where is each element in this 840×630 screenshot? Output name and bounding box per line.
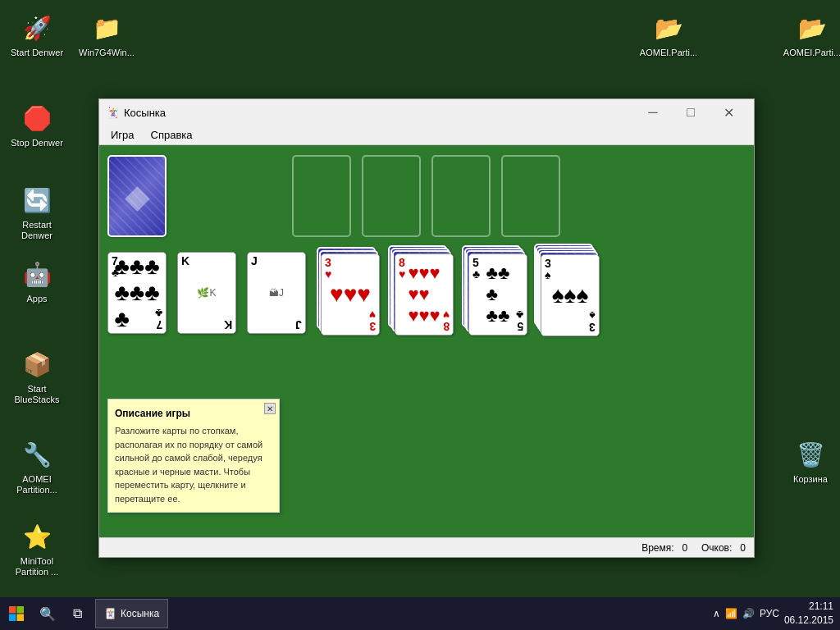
- tooltip-close-button[interactable]: ✕: [264, 403, 276, 414]
- recycle-bin-label: Корзина: [793, 474, 828, 485]
- card-top-label-col7: 3♠: [545, 258, 551, 281]
- card-face-col4: 3♥ ♥♥♥ 3♥: [322, 254, 379, 335]
- card-top-label-col5: 8♥: [399, 257, 405, 280]
- language-indicator[interactable]: РУС: [760, 608, 779, 619]
- status-time: Время: 0 Очков: 0: [107, 542, 746, 554]
- tableau-card-col3[interactable]: J 🏔J J: [247, 252, 306, 334]
- windows-logo-icon: [8, 605, 25, 622]
- game-tooltip: Описание игры ✕ Разложите карты по стопк…: [107, 399, 280, 513]
- bluestacks-icon: 📦: [21, 348, 53, 381]
- apps-label: Apps: [26, 294, 47, 304]
- foundation-slot-3[interactable]: [431, 155, 491, 237]
- card-top-label-col3: J: [251, 255, 258, 267]
- minitool-icon: ⭐: [21, 520, 53, 553]
- card-face-col3: J 🏔J J: [248, 253, 305, 333]
- desktop-icon-aomei2[interactable]: 📂 AOMEI.Parti...: [779, 8, 840, 62]
- game-area: 7♣ ♣♣♣♣♣♣♣ 7♣ K 🌿K K J 🏔J J: [99, 145, 754, 537]
- aomei1-icon: 📂: [652, 11, 685, 44]
- system-clock[interactable]: 21:11 06.12.2015: [784, 600, 833, 628]
- window-title: Косынка: [124, 107, 634, 119]
- time-value: 0: [682, 542, 688, 554]
- desktop-icon-win7g4win[interactable]: 📁 Win7G4Win...: [74, 8, 139, 62]
- foundation-slot-2[interactable]: [362, 155, 421, 237]
- foundation-slot-4[interactable]: [501, 155, 560, 237]
- minitool-label: MiniTool Partition ...: [7, 556, 66, 578]
- tableau-card-col1[interactable]: 7♣ ♣♣♣♣♣♣♣ 7♣: [107, 252, 167, 334]
- tableau-card-col5[interactable]: 8♥ ♥♥♥♥♥♥♥♥ 8♥: [395, 253, 454, 336]
- clock-time: 21:11: [784, 600, 833, 614]
- apps-icon: 🤖: [21, 258, 53, 290]
- desktop-icon-apps[interactable]: 🤖 Apps: [4, 254, 70, 308]
- tableau-card-col6[interactable]: 5♣ ♣♣♣♣♣ 5♣: [468, 253, 527, 336]
- card-bottom-label-col6: 5♣: [516, 309, 523, 332]
- stop-denwer-label: Stop Denwer: [11, 138, 63, 148]
- start-denwer-icon: 🚀: [21, 11, 53, 44]
- desktop: 🚀 Start Denwer 📁 Win7G4Win... 📂 AOMEI.Pa…: [0, 0, 840, 630]
- search-button[interactable]: 🔍: [33, 597, 62, 630]
- tableau-card-col7[interactable]: 3♠ ♠♠♠ 3♠: [541, 254, 600, 336]
- win7g4win-icon: 📁: [90, 11, 123, 44]
- card-top-label-col6: 5♣: [472, 257, 480, 280]
- card-face-col2: K 🌿K K: [178, 253, 235, 333]
- card-bottom-label-col5: 8♥: [443, 309, 450, 332]
- tooltip-text: Разложите карты по стопкам, располагая и…: [115, 424, 272, 505]
- win7g4win-label: Win7G4Win...: [79, 48, 135, 58]
- bluestacks-label: Start BlueStacks: [7, 384, 66, 405]
- status-bar: Время: 0 Очков: 0: [99, 537, 754, 557]
- card-bottom-label-col3: J: [295, 319, 302, 331]
- network-icon[interactable]: 📶: [725, 608, 737, 619]
- desktop-icon-minitool[interactable]: ⭐ MiniTool Partition ...: [4, 517, 70, 581]
- solitaire-app-label: Косынка: [121, 608, 159, 619]
- score-label: Очков:: [701, 542, 732, 554]
- solitaire-app-icon: 🃏: [104, 608, 116, 619]
- close-button[interactable]: ✕: [710, 99, 747, 126]
- card-face-col7: 3♠ ♠♠♠ 3♠: [541, 255, 599, 336]
- desktop-icon-stop-denwer[interactable]: 🛑 Stop Denwer: [4, 98, 70, 152]
- desktop-icon-restart-denwer[interactable]: 🔄 Restart Denwer: [4, 180, 70, 244]
- desktop-icon-aomei1[interactable]: 📂 AOMEI.Parti...: [636, 8, 701, 62]
- restart-denwer-icon: 🔄: [21, 184, 53, 217]
- tableau-card-col2[interactable]: K 🌿K K: [177, 252, 236, 334]
- deck-card[interactable]: [107, 155, 167, 237]
- maximize-button[interactable]: □: [672, 99, 710, 126]
- clock-date: 06.12.2015: [784, 614, 833, 628]
- desktop-icon-start-denwer[interactable]: 🚀 Start Denwer: [4, 8, 70, 62]
- window-menubar: Игра Справка: [99, 126, 754, 145]
- card-bottom-label-col7: 3♠: [589, 310, 596, 333]
- window-titlebar: 🃏 Косынка ─ □ ✕: [99, 99, 754, 126]
- desktop-icon-bluestacks[interactable]: 📦 Start BlueStacks: [4, 345, 70, 409]
- card-face-col6: 5♣ ♣♣♣♣♣ 5♣: [469, 254, 527, 335]
- svg-rect-0: [9, 606, 16, 614]
- menu-game[interactable]: Игра: [103, 127, 143, 143]
- desktop-icon-recycle-bin[interactable]: 🗑️ Корзина: [778, 435, 840, 488]
- aomei1-label: AOMEI.Parti...: [640, 48, 697, 58]
- card-top-label-col4: 3♥: [325, 257, 331, 280]
- solitaire-window: 🃏 Косынка ─ □ ✕ Игра Справка: [98, 98, 755, 558]
- desktop-icon-aomei-partition[interactable]: 🔧 AOMEI Partition...: [4, 435, 70, 499]
- card-top-label-col1: 7♣: [112, 255, 119, 278]
- task-view-button[interactable]: ⧉: [62, 597, 92, 630]
- card-top-label-col2: K: [181, 255, 189, 267]
- foundation-slot-1[interactable]: [292, 155, 351, 237]
- card-back-pattern: [109, 157, 165, 235]
- tooltip-title: Описание игры: [115, 406, 272, 421]
- recycle-bin-icon: 🗑️: [794, 438, 827, 471]
- start-denwer-label: Start Denwer: [11, 48, 63, 58]
- start-button[interactable]: [0, 597, 33, 630]
- volume-icon[interactable]: 🔊: [742, 608, 755, 619]
- tableau-card-col4[interactable]: 3♥ ♥♥♥ 3♥: [321, 253, 380, 336]
- svg-rect-1: [17, 606, 25, 614]
- aomei-partition-label: AOMEI Partition...: [7, 474, 66, 495]
- aomei2-icon: 📂: [796, 11, 829, 44]
- aomei-partition-icon: 🔧: [21, 438, 53, 471]
- taskbar: 🔍 ⧉ 🃏 Косынка ∧ 📶 🔊 РУС 21:11 06.12.2015: [0, 597, 840, 630]
- show-hidden-icons-button[interactable]: ∧: [713, 608, 720, 619]
- restart-denwer-label: Restart Denwer: [7, 220, 66, 241]
- taskbar-tray: ∧ 📶 🔊 РУС 21:11 06.12.2015: [706, 600, 840, 628]
- taskbar-apps: 🃏 Косынка: [92, 599, 706, 628]
- svg-rect-2: [9, 614, 16, 622]
- minimize-button[interactable]: ─: [634, 99, 672, 126]
- menu-help[interactable]: Справка: [143, 127, 201, 143]
- score-value: 0: [740, 542, 746, 554]
- taskbar-solitaire-app[interactable]: 🃏 Косынка: [95, 599, 168, 628]
